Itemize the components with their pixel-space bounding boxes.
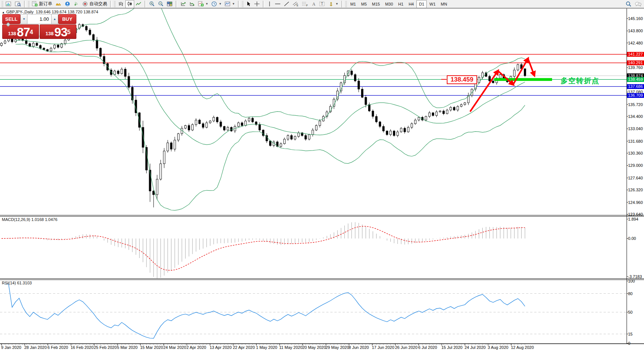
candle (316, 126, 317, 130)
candle (291, 136, 293, 139)
text-icon[interactable]: A (310, 0, 318, 8)
candle (280, 144, 282, 146)
volume-increase-button[interactable]: ▲ (51, 14, 58, 24)
arrange-a-icon[interactable] (179, 0, 188, 8)
price-tick-label: 126.320 (628, 188, 643, 192)
rsi-tick-label: 50 (628, 310, 633, 314)
templates-icon[interactable]: ▼ (223, 0, 237, 8)
timeframe-button-M15[interactable]: M15 (369, 0, 382, 8)
timeframe-button-M30[interactable]: M30 (383, 0, 396, 8)
timeframe-button-M5[interactable]: M5 (359, 0, 369, 8)
text-label-icon[interactable]: T (318, 0, 327, 8)
buy-button[interactable]: BUY (58, 14, 76, 24)
horizontal-line-icon[interactable] (273, 0, 282, 8)
toolbar-separator (176, 1, 177, 7)
trend-line-icon[interactable] (282, 0, 291, 8)
timeframe-button-D1[interactable]: D1 (416, 0, 427, 8)
candle (259, 125, 261, 130)
new-order-button[interactable]: 新订单 (30, 0, 54, 8)
community-icon[interactable] (63, 0, 72, 8)
tile-windows-icon[interactable] (165, 0, 174, 8)
gold-icon[interactable] (54, 0, 63, 8)
date-label: 3 Aug 2020 (488, 345, 509, 350)
candle (492, 81, 494, 83)
date-label: 6 Feb 2020 (47, 345, 68, 350)
candle (464, 103, 466, 105)
sell-button[interactable]: SELL (2, 14, 20, 24)
timeframe-button-H4[interactable]: H4 (406, 0, 416, 8)
zigzag-arrow[interactable] (528, 59, 534, 75)
zoom-in-icon[interactable] (148, 0, 156, 8)
date-label: 15 Jul 2020 (442, 345, 463, 350)
toolbar-grip[interactable] (1, 1, 3, 7)
symbol-period-label: GBPJPY-,Daily (6, 10, 34, 14)
candle (4, 41, 6, 43)
date-label: 11 May 2020 (279, 345, 303, 350)
buy-price[interactable]: 138935 (40, 24, 76, 39)
volume-input[interactable] (27, 14, 51, 24)
rsi-tick-label: 80 (628, 291, 633, 296)
price-tick-label: 142.480 (628, 41, 643, 45)
autotrade-button[interactable]: 自动交易 (81, 0, 109, 8)
candle (103, 56, 105, 64)
collapse-chart-icon[interactable]: ▲ (2, 11, 5, 14)
price-badge: 137.686 (627, 84, 644, 89)
rsi-tick-label: 15 (628, 332, 633, 336)
candlestick-chart-icon[interactable] (125, 0, 134, 8)
candle (57, 45, 59, 47)
price-tick-label: 145.160 (628, 16, 643, 21)
chat-icon[interactable] (633, 0, 643, 8)
chevron-down-icon: ▼ (205, 2, 208, 6)
arrange-b-icon[interactable] (188, 0, 196, 8)
toolbar-grip[interactable] (114, 1, 116, 7)
date-label: 6 Jul 2020 (418, 345, 437, 350)
candle (54, 45, 56, 48)
timeframe-button-MN[interactable]: MN (438, 0, 450, 8)
timeframe-button-H1[interactable]: H1 (396, 0, 406, 8)
candle (156, 179, 158, 195)
sell-price[interactable]: 138874 (2, 24, 39, 39)
search-icon[interactable] (624, 0, 633, 8)
equidistant-channel-icon[interactable]: E (291, 0, 300, 8)
price-tick-label: 127.640 (628, 176, 643, 180)
toolbar-grip[interactable] (28, 1, 30, 7)
volume-decrease-button[interactable]: ▼ (20, 14, 27, 24)
cursor-icon[interactable] (244, 0, 252, 8)
candle (85, 26, 87, 30)
level-price-label[interactable]: 138.459 (447, 75, 477, 84)
candle (117, 71, 119, 73)
turning-point-band[interactable] (494, 78, 552, 81)
arrows-icon[interactable]: ▼ (327, 0, 340, 8)
candle (319, 121, 321, 125)
toolbar-separator (263, 1, 264, 7)
chart-area[interactable]: ▲GBPJPY-,Daily 139.646 139.674 138.720 1… (0, 8, 644, 350)
vertical-line-icon[interactable] (266, 0, 273, 8)
profiles-icon[interactable] (13, 0, 23, 8)
signals-icon[interactable] (72, 0, 81, 8)
bar-chart-icon[interactable] (116, 0, 125, 8)
candle (446, 110, 448, 114)
toolbar-grip[interactable] (345, 1, 347, 7)
new-chart-icon[interactable] (4, 0, 13, 8)
candles-group[interactable] (1, 23, 526, 207)
timeframe-button-M1[interactable]: M1 (348, 0, 359, 8)
candle (93, 34, 95, 40)
periods-icon[interactable]: ▼ (210, 0, 223, 8)
candle (114, 71, 116, 75)
price-badge: 140.291 (627, 60, 644, 65)
fibonacci-icon[interactable]: F (300, 0, 310, 8)
price-tick-label: 123.640 (628, 212, 643, 217)
line-chart-icon[interactable] (134, 0, 143, 8)
candle (170, 143, 172, 149)
sell-price-prefix: 138 (8, 30, 16, 38)
candle (29, 44, 31, 46)
crosshair-icon[interactable] (252, 0, 261, 8)
autotrade-label: 自动交易 (89, 1, 107, 7)
timeframe-button-W1[interactable]: W1 (427, 0, 438, 8)
turning-point-label[interactable]: 多空转折点 (561, 76, 600, 86)
toolbar-grip[interactable] (242, 1, 244, 7)
indicators-icon[interactable]: ▼ (196, 0, 210, 8)
zoom-out-icon[interactable] (156, 0, 165, 8)
chart-canvas[interactable] (0, 8, 644, 350)
candle (100, 48, 102, 56)
